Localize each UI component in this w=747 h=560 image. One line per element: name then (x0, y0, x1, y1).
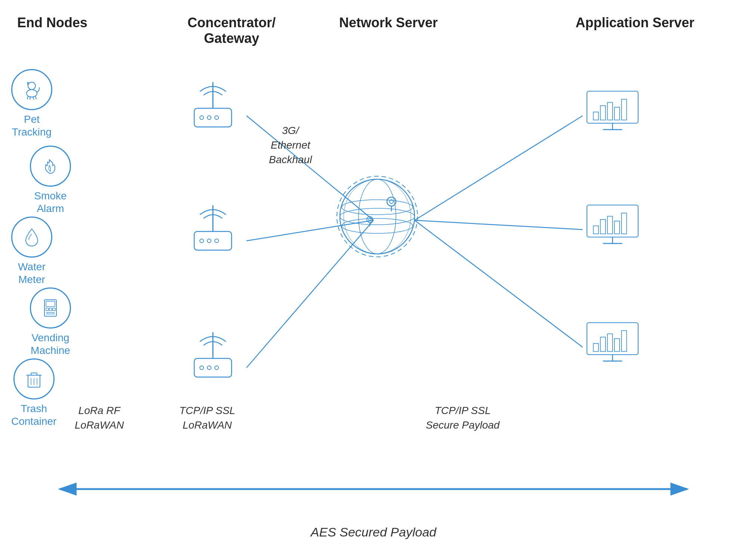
tcp-lora-label: TCP/IP SSLLoRaWAN (179, 403, 235, 432)
trash-container-label: Trash Container (11, 402, 56, 427)
svg-rect-23 (31, 373, 37, 375)
svg-rect-55 (600, 106, 605, 120)
svg-point-41 (215, 366, 218, 370)
header-gateway: Concentrator/Gateway (164, 15, 299, 46)
svg-rect-74 (622, 331, 627, 352)
svg-point-42 (340, 179, 415, 254)
tcp-secure-label: TCP/IP SSLSecure Payload (426, 403, 500, 432)
svg-rect-57 (614, 107, 620, 120)
server-1 (583, 90, 642, 134)
smoke-alarm-icon (30, 146, 71, 187)
svg-rect-18 (49, 308, 52, 311)
server-3-svg (583, 321, 642, 366)
svg-rect-66 (622, 213, 627, 234)
water-icon-svg (21, 226, 43, 248)
svg-rect-64 (607, 216, 613, 234)
server-3 (583, 321, 642, 366)
globe (336, 175, 418, 259)
end-node-smoke-alarm: Smoke Alarm (30, 146, 71, 215)
svg-rect-19 (53, 308, 55, 311)
end-node-pet-tracking: PetTracking (11, 69, 52, 138)
header-app: Application Server (534, 15, 736, 31)
lora-rf-label: LoRa RFLoRaWAN (75, 403, 124, 432)
svg-point-43 (359, 179, 396, 254)
trash-icon (13, 358, 55, 399)
svg-point-9 (28, 82, 35, 90)
svg-rect-56 (607, 102, 613, 120)
backhaul-label: 3G/EthernetBackhaul (269, 123, 312, 167)
svg-point-51 (367, 217, 373, 223)
svg-line-13 (33, 97, 34, 100)
svg-point-30 (207, 116, 211, 119)
svg-rect-72 (607, 334, 613, 351)
svg-rect-71 (600, 337, 605, 352)
svg-line-5 (415, 220, 583, 347)
gateway-1 (183, 75, 243, 134)
svg-line-3 (415, 116, 583, 220)
svg-point-40 (207, 366, 211, 370)
svg-point-45 (342, 200, 413, 215)
header-end-nodes: End Nodes (0, 15, 105, 31)
connection-lines (0, 0, 747, 560)
server-2 (583, 203, 642, 248)
server-2-svg (583, 203, 642, 248)
fire-icon-svg (39, 155, 62, 177)
svg-rect-20 (47, 312, 54, 314)
end-node-vending-machine: Vending Machine (30, 287, 71, 357)
svg-rect-62 (593, 226, 599, 234)
svg-rect-58 (622, 99, 627, 120)
pet-tracking-label: PetTracking (12, 113, 52, 138)
gateway-3-svg (183, 325, 243, 385)
trash-icon-svg (23, 368, 45, 390)
svg-rect-17 (46, 308, 49, 311)
vending-machine-label: Vending Machine (31, 332, 70, 357)
svg-point-34 (200, 239, 204, 243)
gateway-2 (183, 198, 243, 258)
svg-rect-73 (614, 339, 620, 351)
end-node-trash-container: Trash Container (11, 358, 56, 427)
smoke-alarm-label: Smoke Alarm (34, 190, 66, 215)
svg-rect-65 (614, 221, 620, 234)
svg-point-10 (27, 90, 37, 97)
gateway-2-svg (183, 198, 243, 258)
svg-rect-54 (593, 112, 599, 120)
header-network: Network Server (325, 15, 452, 31)
svg-line-14 (35, 96, 36, 99)
water-meter-label: Water Meter (18, 261, 46, 286)
svg-rect-63 (600, 220, 605, 234)
end-node-water-meter: Water Meter (11, 217, 52, 286)
svg-point-29 (200, 116, 204, 119)
svg-point-31 (215, 116, 218, 119)
vending-machine-icon (30, 287, 71, 329)
svg-point-48 (337, 176, 418, 257)
svg-point-39 (200, 366, 204, 370)
pet-tracking-icon (11, 69, 52, 110)
svg-point-36 (215, 239, 218, 243)
globe-svg (336, 175, 418, 258)
pet-icon-svg (21, 78, 43, 101)
svg-point-35 (207, 239, 211, 243)
diagram-container: End Nodes Concentrator/Gateway Network S… (0, 0, 747, 560)
svg-line-12 (30, 97, 30, 100)
svg-rect-70 (593, 343, 599, 351)
gateway-1-svg (183, 75, 243, 134)
svg-point-44 (344, 179, 411, 254)
svg-line-4 (415, 220, 583, 230)
aes-label: AES Secured Payload (0, 523, 747, 541)
svg-point-47 (342, 218, 413, 233)
svg-rect-16 (46, 301, 55, 307)
gateway-3 (183, 325, 243, 385)
server-1-svg (583, 90, 642, 134)
water-meter-icon (11, 217, 52, 258)
svg-line-11 (27, 96, 28, 99)
vending-icon-svg (39, 297, 62, 319)
svg-point-46 (340, 208, 415, 225)
